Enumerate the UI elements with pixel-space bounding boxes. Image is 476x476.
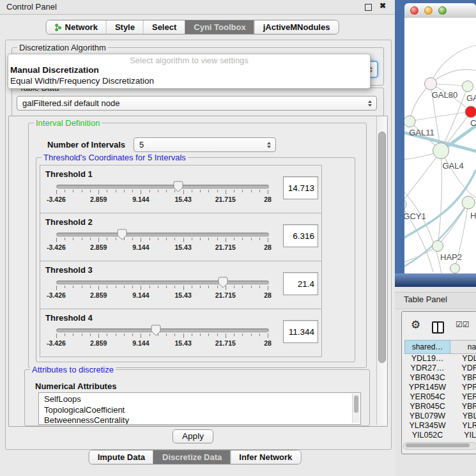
threshold-box: Threshold 2-3.4262.8599.14415.4321.71528 bbox=[40, 213, 322, 261]
table-hscrollbar[interactable] bbox=[403, 442, 476, 450]
attributes-scrollbar[interactable] bbox=[352, 394, 360, 423]
table-cell-name[interactable]: YDR2 bbox=[450, 364, 476, 373]
attribute-list-item[interactable]: TopologicalCoefficient bbox=[39, 405, 360, 416]
zoom-window-icon[interactable] bbox=[438, 6, 447, 15]
table-cell-name[interactable]: YPR1 bbox=[450, 383, 476, 392]
slider-tick bbox=[217, 286, 218, 288]
network-node[interactable] bbox=[462, 196, 475, 209]
network-node[interactable] bbox=[465, 106, 476, 118]
table-row[interactable]: YPR145WYPR1 bbox=[404, 383, 476, 392]
table-cell-shared-name[interactable]: YER054C bbox=[404, 392, 450, 402]
table-row[interactable]: YER054CYER0 bbox=[404, 392, 476, 402]
slider-tick bbox=[73, 190, 73, 192]
slider-tick bbox=[98, 190, 99, 194]
numerical-attributes-list[interactable]: SelfLoopsTopologicalCoefficientBetweenne… bbox=[38, 392, 361, 425]
tab-style[interactable]: Style bbox=[106, 20, 143, 34]
network-edge[interactable] bbox=[441, 151, 476, 198]
table-cell-name[interactable]: YER0 bbox=[450, 392, 476, 402]
tab-infer-network[interactable]: Infer Network bbox=[230, 450, 300, 464]
table-cell-shared-name[interactable]: YDR27… bbox=[404, 364, 450, 373]
table-row[interactable]: YDR27…YDR2 bbox=[404, 364, 476, 373]
table-cell-name[interactable]: YDL1 bbox=[450, 354, 476, 364]
main-scrollbar[interactable] bbox=[376, 116, 387, 425]
table-cell-name[interactable]: YBR0 bbox=[450, 402, 476, 411]
slider-track[interactable] bbox=[56, 280, 269, 284]
network-node[interactable] bbox=[450, 264, 460, 273]
tab-discretize-data[interactable]: Discretize Data bbox=[153, 450, 230, 464]
slider-track[interactable] bbox=[56, 328, 269, 332]
number-of-intervals-combobox[interactable]: 5 bbox=[134, 137, 276, 152]
table-panel-title: Table Panel bbox=[404, 295, 447, 304]
network-edge[interactable] bbox=[410, 112, 471, 121]
algorithm-option-equal-width-frequency[interactable]: Equal Width/Frequency Discretization bbox=[10, 76, 154, 86]
columns-icon[interactable] bbox=[432, 321, 444, 334]
network-edge[interactable] bbox=[431, 45, 476, 84]
threshold-value-field[interactable] bbox=[283, 176, 318, 199]
table-cell-shared-name[interactable]: YBR043C bbox=[404, 373, 450, 383]
attribute-list-item[interactable]: SelfLoops bbox=[39, 393, 360, 405]
float-panel-icon[interactable] bbox=[365, 4, 372, 11]
attribute-list-item[interactable]: BetweennessCentrality bbox=[39, 415, 360, 425]
scrollbar-thumb[interactable] bbox=[406, 443, 470, 447]
algorithm-option-manual-discretization[interactable]: Manual Discretization bbox=[10, 65, 99, 75]
network-window-titlebar[interactable] bbox=[404, 3, 476, 19]
minimize-window-icon[interactable] bbox=[424, 6, 433, 15]
slider-tick bbox=[217, 238, 218, 240]
table-cell-shared-name[interactable]: YLR345W bbox=[404, 421, 450, 431]
slider-track[interactable] bbox=[56, 233, 269, 236]
network-node[interactable] bbox=[463, 81, 473, 92]
network-node[interactable] bbox=[433, 143, 449, 159]
table-row[interactable]: YLR345WYLR3 bbox=[404, 421, 476, 431]
apply-button[interactable]: Apply bbox=[173, 429, 213, 443]
threshold-value-field[interactable] bbox=[283, 320, 318, 343]
threshold-value-field[interactable] bbox=[283, 272, 318, 295]
scrollbar-thumb[interactable] bbox=[378, 132, 386, 363]
network-node[interactable] bbox=[404, 199, 406, 210]
network-node[interactable] bbox=[425, 78, 437, 90]
checkbox-icons[interactable]: ☑☑ bbox=[456, 320, 470, 329]
close-window-icon[interactable] bbox=[410, 6, 418, 15]
slider-handle[interactable] bbox=[151, 325, 161, 339]
table-cell-shared-name[interactable]: YIL052C bbox=[404, 431, 450, 440]
tab-network[interactable]: Network bbox=[47, 20, 106, 34]
slider-tick-label: 15.43 bbox=[174, 196, 191, 203]
gear-icon[interactable]: ⚙ bbox=[411, 319, 420, 330]
network-graph[interactable]: GAL80GACGAL11GAL4GCY1HHAP2 bbox=[404, 18, 476, 273]
network-node[interactable] bbox=[404, 116, 415, 127]
slider-track[interactable] bbox=[56, 185, 269, 188]
network-canvas[interactable]: GAL80GACGAL11GAL4GCY1HHAP2 bbox=[404, 18, 476, 273]
slider-tick bbox=[208, 334, 209, 336]
tab-cyni-toolbox[interactable]: Cyni Toolbox bbox=[185, 20, 254, 34]
tab-select[interactable]: Select bbox=[143, 20, 185, 34]
table-cell-name[interactable]: YBL0 bbox=[450, 411, 476, 421]
table-row[interactable]: YBR043CYBR0 bbox=[404, 373, 476, 383]
slider-handle[interactable] bbox=[218, 277, 228, 291]
slider-handle[interactable] bbox=[173, 181, 183, 195]
column-header-name[interactable]: na bbox=[450, 340, 476, 354]
network-edge[interactable] bbox=[438, 151, 441, 246]
slider-handle[interactable] bbox=[117, 229, 127, 243]
table-cell-shared-name[interactable]: YPR145W bbox=[404, 383, 450, 392]
tab-impute-data[interactable]: Impute Data bbox=[89, 450, 153, 464]
table-row[interactable]: YBR045CYBR0 bbox=[404, 402, 476, 411]
close-icon[interactable]: ✖ bbox=[380, 1, 386, 10]
threshold-value-field[interactable] bbox=[283, 224, 318, 247]
table-cell-name[interactable]: YIL0 bbox=[450, 431, 476, 440]
column-header-shared-name[interactable]: shared… bbox=[404, 340, 450, 354]
table-cell-shared-name[interactable]: YBR045C bbox=[404, 402, 450, 411]
table-row[interactable]: YDL19…YDL1 bbox=[404, 354, 476, 364]
tab-network-label: Network bbox=[65, 22, 98, 32]
table-cell-name[interactable]: YLR3 bbox=[450, 421, 476, 431]
slider-tick bbox=[192, 334, 192, 336]
network-node[interactable] bbox=[433, 241, 443, 252]
slider-tick bbox=[251, 190, 252, 192]
network-edge[interactable] bbox=[410, 84, 431, 121]
table-row[interactable]: YIL052CYIL0 bbox=[404, 431, 476, 440]
table-row[interactable]: YBL079WYBL0 bbox=[404, 411, 476, 421]
tab-jactivemnodules[interactable]: jActiveMNodules bbox=[254, 20, 339, 34]
table-cell-name[interactable]: YBR0 bbox=[450, 373, 476, 383]
scrollbar-thumb[interactable] bbox=[354, 395, 358, 413]
table-data-combobox[interactable]: galFiltered.sif default node bbox=[17, 96, 377, 111]
table-cell-shared-name[interactable]: YBL079W bbox=[404, 411, 450, 421]
table-cell-shared-name[interactable]: YDL19… bbox=[404, 354, 450, 364]
